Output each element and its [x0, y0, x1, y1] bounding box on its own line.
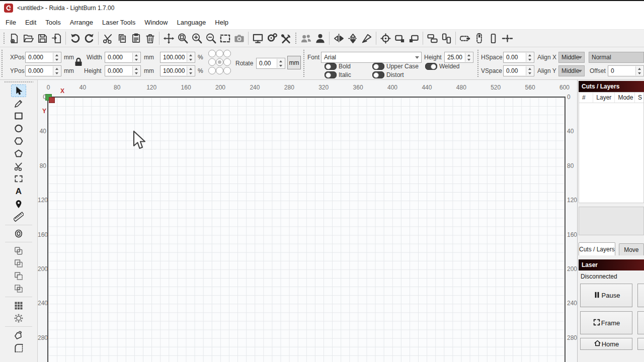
menu-item-laser-tools[interactable]: Laser Tools [98, 16, 140, 29]
frame-button[interactable]: Frame [580, 311, 632, 334]
anchor-radio-1[interactable] [216, 50, 223, 57]
hspace-input[interactable]: 0.00 [503, 52, 534, 63]
ellipse-tool[interactable] [11, 122, 26, 135]
font-select[interactable]: Arial [321, 52, 422, 63]
settings-button[interactable] [265, 31, 279, 45]
user-button[interactable] [313, 31, 327, 45]
height-spinner[interactable] [132, 66, 140, 75]
select-tool[interactable] [11, 84, 26, 97]
rectangle-tool[interactable] [11, 110, 26, 122]
palette-drag-handle[interactable] [4, 81, 33, 83]
menu-item-arrange[interactable]: Arrange [65, 16, 98, 29]
font-height-spinner[interactable] [465, 53, 472, 62]
lock-aspect-icon[interactable] [72, 56, 85, 70]
menu-item-file[interactable]: File [1, 16, 21, 29]
anchor-radio-2[interactable] [223, 50, 231, 57]
width-percent-spinner[interactable] [187, 53, 194, 62]
tab-cuts-layers[interactable]: Cuts / Layers [579, 242, 615, 255]
menu-item-tools[interactable]: Tools [41, 16, 65, 29]
measure-tool[interactable] [11, 210, 26, 223]
align-x-select[interactable]: Middle [558, 52, 585, 63]
users-button[interactable] [299, 31, 313, 45]
align-y-select[interactable]: Middle [558, 65, 585, 76]
toolbar-drag-handle[interactable] [294, 32, 297, 45]
anchor-radio-5[interactable] [223, 58, 231, 66]
undo-button[interactable] [68, 31, 82, 45]
pencil-tool[interactable] [11, 97, 26, 110]
anchor-radio-0[interactable] [208, 50, 216, 57]
import-button[interactable] [49, 31, 63, 45]
distribute-vertical-button[interactable] [439, 31, 453, 45]
move-right-button[interactable] [407, 31, 421, 45]
pause-button[interactable]: Pause [580, 284, 632, 307]
mirror-horizontal-button[interactable] [332, 31, 346, 45]
offset-input[interactable]: 0 [608, 65, 644, 76]
pan-button[interactable] [162, 31, 176, 45]
upper-case-toggle[interactable] [372, 63, 384, 70]
height-input[interactable]: 0.000 [105, 65, 141, 76]
frame-selection-button[interactable] [218, 31, 232, 45]
ypos-spinner[interactable] [53, 66, 60, 75]
boolean-union-tool[interactable] [11, 257, 26, 269]
camera-button[interactable] [232, 31, 246, 45]
zoom-in-button[interactable] [190, 31, 204, 45]
font-toolbar-drag-handle[interactable] [303, 49, 305, 77]
vspace-spinner[interactable] [526, 66, 533, 75]
polygon-tool[interactable] [11, 135, 26, 147]
boolean-intersect-tool[interactable] [11, 282, 26, 295]
text-style-select[interactable]: Normal [589, 52, 644, 63]
frame-button-partial[interactable] [637, 311, 644, 334]
rotate-spinner[interactable] [277, 59, 284, 68]
width-input[interactable]: 0.000 [105, 52, 141, 63]
new-file-button[interactable] [7, 31, 21, 45]
height-percent-spinner[interactable] [187, 66, 194, 75]
preview-monitor-button[interactable] [251, 31, 265, 45]
menu-item-language[interactable]: Language [172, 16, 210, 29]
ypos-input[interactable]: 0.000 [25, 65, 61, 76]
spacing-toolbar-drag-handle[interactable] [477, 49, 479, 77]
welded-toggle[interactable] [425, 63, 437, 70]
tab-move[interactable]: Move [619, 243, 644, 255]
text-tool[interactable]: A [11, 185, 26, 198]
rounded-rect-tool[interactable] [11, 341, 26, 354]
xpos-input[interactable]: 0.000 [25, 52, 61, 63]
drawing-canvas[interactable]: X Y 040801201602002402803203604004404805… [38, 80, 577, 362]
home-button[interactable]: Home [580, 338, 632, 350]
frame-tool[interactable] [11, 172, 26, 185]
pentagon-tool[interactable] [11, 147, 26, 160]
zoom-out-button[interactable] [204, 31, 218, 45]
width-percent-input[interactable]: 100.000 [160, 52, 195, 63]
copy-button[interactable] [115, 31, 129, 45]
device-settings-button[interactable] [279, 31, 293, 45]
position-target-button[interactable] [378, 31, 392, 45]
menu-item-window[interactable]: Window [140, 16, 172, 29]
vspace-input[interactable]: 0.00 [503, 65, 534, 76]
skew-button[interactable] [360, 31, 374, 45]
xpos-spinner[interactable] [53, 53, 60, 62]
move-left-button[interactable] [392, 31, 407, 45]
weld-tool[interactable] [11, 244, 26, 257]
offset-spinner[interactable] [635, 66, 643, 75]
dock-horizontal-button[interactable] [458, 31, 472, 45]
menu-item-help[interactable]: Help [210, 16, 233, 29]
offset-tool[interactable] [11, 227, 26, 240]
hspace-spinner[interactable] [526, 53, 533, 62]
toolbar-drag-handle[interactable] [3, 32, 6, 45]
boolean-subtract-tool[interactable] [11, 269, 26, 282]
cut-shapes-tool[interactable] [11, 160, 26, 172]
stop-button-partial[interactable] [637, 284, 644, 307]
workspace-grid[interactable] [47, 97, 566, 362]
warp-tool[interactable] [11, 329, 26, 341]
italic-toggle[interactable] [325, 71, 337, 78]
font-height-input[interactable]: 25.00 [444, 52, 473, 63]
cut-button[interactable] [101, 31, 115, 45]
rotate-input[interactable]: 0.00 [256, 58, 285, 69]
toolbar-drag-handle[interactable] [1, 49, 4, 77]
distort-toggle[interactable] [372, 71, 384, 78]
anchor-radio-3[interactable] [208, 58, 216, 66]
width-spinner[interactable] [132, 53, 140, 62]
circular-array-tool[interactable] [11, 312, 26, 324]
dock-vertical-button[interactable] [472, 31, 486, 45]
units-mm-button[interactable]: mm [287, 56, 301, 69]
mirror-vertical-button[interactable] [346, 31, 360, 45]
